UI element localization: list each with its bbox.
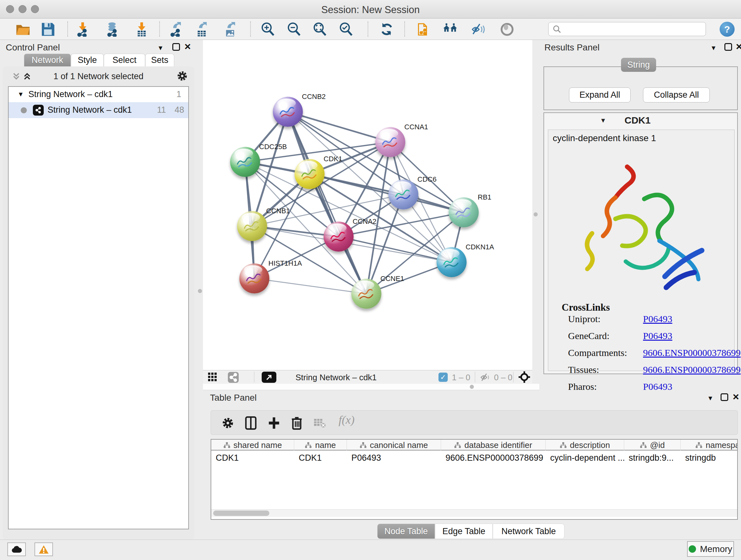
birdseye-toggle-icon[interactable] xyxy=(262,372,276,383)
memory-button[interactable]: Memory xyxy=(687,541,734,557)
table-cell[interactable]: 9606.ENSP00000378699 xyxy=(441,453,546,463)
collapse-all-button[interactable]: Collapse All xyxy=(643,87,710,103)
node-CCNB1[interactable] xyxy=(237,211,267,241)
network-options-gear-icon[interactable] xyxy=(177,70,188,82)
node-CDC25B[interactable] xyxy=(230,147,260,177)
table-row[interactable]: CDK1CDK1P064939606.ENSP00000378699cyclin… xyxy=(211,451,738,466)
hidden-items-icon[interactable] xyxy=(480,373,491,384)
zoom-selected-icon[interactable] xyxy=(337,21,355,38)
network-canvas[interactable]: CCNB2 CCNA1 CDC25B CDK1 CDC6 RB1 CCNB1 C… xyxy=(203,40,532,370)
refresh-layout-icon[interactable] xyxy=(378,21,396,38)
gene-section-header[interactable]: ▼ CDK1 xyxy=(544,113,737,128)
tab-style[interactable]: Style xyxy=(71,54,104,66)
node-RB1[interactable] xyxy=(449,197,479,227)
column-header-namespace[interactable]: namespace xyxy=(681,440,738,450)
node-CDKN1A[interactable] xyxy=(436,247,467,277)
import-network-database-icon[interactable] xyxy=(103,21,121,38)
tab-network-table[interactable]: Network Table xyxy=(493,523,564,539)
network-row[interactable]: String Network – cdk1 11 48 xyxy=(9,102,188,118)
node-CDC6[interactable] xyxy=(388,179,418,209)
create-column-icon[interactable] xyxy=(266,415,282,431)
open-session-icon[interactable] xyxy=(14,21,32,38)
table-panel-menu-icon[interactable]: ▼ xyxy=(707,395,714,402)
zoom-in-icon[interactable] xyxy=(259,21,277,38)
node-CCNB2[interactable] xyxy=(273,97,303,127)
crosslink-link[interactable]: P06493 xyxy=(643,330,672,341)
save-session-icon[interactable] xyxy=(39,21,57,38)
node-CCNA1[interactable] xyxy=(375,127,405,157)
gene-expander-icon[interactable]: ▼ xyxy=(600,117,606,124)
hide-glass-icon[interactable] xyxy=(469,21,487,38)
results-panel-float-icon[interactable] xyxy=(724,43,732,51)
control-panel-menu-icon[interactable]: ▼ xyxy=(157,44,164,52)
edge-HIST1H1A-CCNE1[interactable] xyxy=(254,278,366,294)
edge-CCNA2-CDKN1A[interactable] xyxy=(339,237,452,262)
crosslink-link[interactable]: P06493 xyxy=(643,314,672,324)
table-cell[interactable]: stringdb:9... xyxy=(624,453,681,463)
grid-view-icon[interactable] xyxy=(207,372,218,384)
tab-select[interactable]: Select xyxy=(104,54,145,66)
cloud-button[interactable] xyxy=(7,543,26,556)
control-panel-close-icon[interactable]: × xyxy=(185,43,191,50)
import-network-file-icon[interactable] xyxy=(74,21,91,38)
sphere-view-icon[interactable] xyxy=(498,21,516,38)
search-input[interactable] xyxy=(564,24,705,34)
zoom-fit-icon[interactable] xyxy=(311,21,329,38)
delete-column-icon[interactable] xyxy=(289,415,305,431)
node-HIST1H1A[interactable] xyxy=(239,263,269,294)
help-button[interactable]: ? xyxy=(720,22,735,37)
crosslink-link[interactable]: 9606.ENSP00000378699 xyxy=(643,348,741,358)
table-cell[interactable]: cyclin-dependent ... xyxy=(546,453,624,463)
tab-network[interactable]: Network xyxy=(24,54,71,66)
column-header-description[interactable]: description xyxy=(546,440,624,450)
scrollbar-thumb[interactable] xyxy=(213,510,269,516)
results-panel-close-icon[interactable]: × xyxy=(736,43,741,50)
share-file-icon[interactable] xyxy=(414,21,432,38)
table-panel-close-icon[interactable]: × xyxy=(733,393,739,400)
control-panel-float-icon[interactable] xyxy=(172,43,180,51)
zoom-out-icon[interactable] xyxy=(285,21,303,38)
table-tabs: Node Table Edge Table Network Table xyxy=(203,523,741,540)
network-collection-row[interactable]: ▼ String Network – cdk1 1 xyxy=(9,87,188,102)
tab-node-table[interactable]: Node Table xyxy=(377,523,435,539)
left-splitter-handle[interactable] xyxy=(198,289,202,293)
column-header-databaseidentifier[interactable]: database identifier xyxy=(441,440,546,450)
expand-all-button[interactable]: Expand All xyxy=(569,87,630,103)
export-network-icon[interactable] xyxy=(167,21,185,38)
network-share-view-icon[interactable] xyxy=(228,372,239,385)
edge-CDK1-RB1[interactable] xyxy=(310,174,464,212)
column-header-sharedname[interactable]: shared name xyxy=(211,440,294,450)
fit-content-crosshair-icon[interactable] xyxy=(518,371,530,385)
crosslink-link[interactable]: 9606.ENSP00000378699 xyxy=(643,364,741,375)
right-splitter-handle[interactable] xyxy=(534,212,538,216)
table-options-gear-icon[interactable] xyxy=(220,415,236,431)
horizontal-splitter-handle[interactable] xyxy=(470,385,474,389)
delete-table-icon[interactable] xyxy=(312,415,328,431)
function-builder-icon[interactable]: f(x) xyxy=(339,413,354,427)
results-panel-menu-icon[interactable]: ▼ xyxy=(711,44,717,52)
collection-expander-icon[interactable]: ▼ xyxy=(17,91,24,98)
table-cell[interactable]: P06493 xyxy=(347,453,441,463)
export-table-icon[interactable] xyxy=(193,21,211,38)
export-image-icon[interactable] xyxy=(221,21,239,38)
column-header-id[interactable]: @id xyxy=(624,440,681,450)
node-CCNE1[interactable] xyxy=(351,279,381,309)
tab-edge-table[interactable]: Edge Table xyxy=(435,523,493,539)
table-panel-float-icon[interactable] xyxy=(721,393,728,401)
edge-CCNB2-CCNA1[interactable] xyxy=(288,112,390,142)
table-cell[interactable]: CDK1 xyxy=(294,453,347,463)
show-columns-icon[interactable] xyxy=(243,415,259,431)
table-cell[interactable]: CDK1 xyxy=(211,453,294,463)
warning-button[interactable] xyxy=(35,543,53,556)
column-header-canonicalname[interactable]: canonical name xyxy=(347,440,441,450)
node-CCNA2[interactable] xyxy=(324,222,354,252)
tab-sets[interactable]: Sets xyxy=(145,54,174,66)
table-cell[interactable]: stringdb xyxy=(681,453,738,463)
column-header-name[interactable]: name xyxy=(294,440,347,450)
table-horizontal-scrollbar[interactable] xyxy=(211,509,737,517)
home-pages-icon[interactable] xyxy=(441,21,459,38)
import-table-icon[interactable] xyxy=(133,21,151,38)
node-CDK1[interactable] xyxy=(294,159,325,189)
selected-items-checkbox[interactable]: ✓ xyxy=(439,373,448,382)
tab-string[interactable]: String xyxy=(621,58,656,72)
